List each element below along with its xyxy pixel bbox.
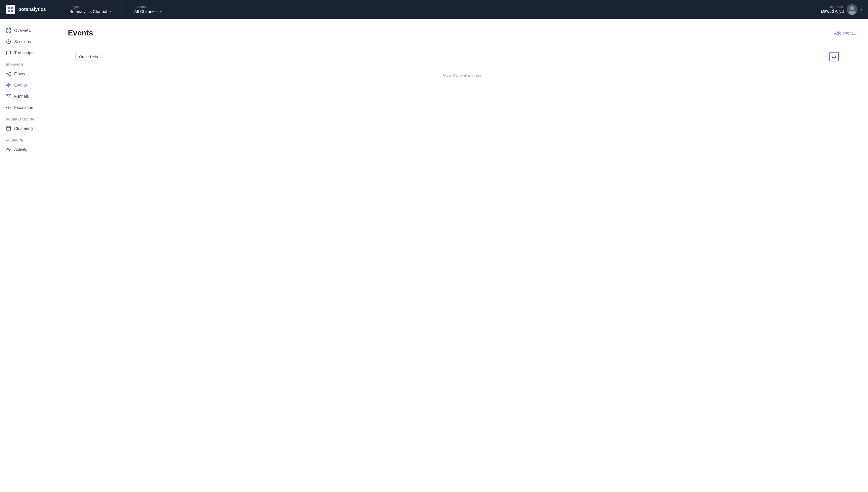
add-event-button[interactable]: Add event...	[834, 31, 856, 35]
sidebar-label-sessions: Sessions	[14, 39, 31, 44]
sidebar-label-activity: Activity	[14, 147, 27, 152]
funnels-icon	[6, 94, 11, 99]
more-options-button[interactable]: ⋮	[841, 53, 849, 60]
sidebar-item-flows[interactable]: Flows	[0, 68, 56, 79]
sidebar: Overview Sessions Transcripts BEHAVIOR	[0, 19, 56, 492]
sidebar-label-escalation: Escalation	[14, 105, 33, 110]
page-title: Events	[68, 28, 93, 38]
svg-rect-9	[6, 31, 8, 32]
sidebar-item-funnels[interactable]: Funnels	[0, 91, 56, 102]
project-chevron-icon: ▾	[109, 10, 111, 14]
svg-line-15	[7, 73, 10, 74]
project-label: Project	[69, 5, 120, 8]
svg-line-16	[7, 74, 10, 75]
channel-value: All Channels ▾	[134, 9, 185, 14]
svg-rect-3	[11, 10, 13, 12]
project-dropdown[interactable]: Project Botanalytics Chatbot ▾	[62, 0, 127, 19]
svg-rect-0	[8, 7, 10, 9]
event-tag: Order Help	[75, 53, 102, 61]
svg-point-14	[10, 75, 10, 76]
sidebar-section-audience: AUDIENCE	[0, 134, 56, 144]
svg-rect-1	[11, 7, 13, 9]
svg-marker-18	[6, 94, 11, 98]
sidebar-label-funnels: Funnels	[14, 94, 29, 99]
sidebar-item-events[interactable]: Events	[0, 79, 56, 91]
top-navigation: botanalytics Project Botanalytics Chatbo…	[0, 0, 868, 19]
channel-label: Channel	[134, 5, 185, 8]
sidebar-label-flows: Flows	[14, 71, 25, 76]
page-header: Events Add event...	[68, 28, 856, 38]
no-data-message: No data available yet	[75, 67, 849, 84]
avatar	[847, 4, 858, 15]
profile-label: My Profile	[821, 5, 844, 9]
svg-point-5	[850, 6, 854, 10]
event-card: Order Help → ⋮ No data available yet	[68, 46, 856, 90]
bell-button[interactable]	[829, 52, 839, 62]
events-icon	[6, 82, 11, 88]
sidebar-item-clustering[interactable]: Clustering	[0, 123, 56, 134]
escalation-icon	[6, 105, 11, 110]
profile-chevron-icon: ▾	[860, 8, 862, 11]
sidebar-item-activity[interactable]: Activity	[0, 144, 56, 155]
svg-point-12	[6, 74, 7, 74]
sidebar-section-behavior: BEHAVIOR	[0, 58, 56, 68]
sidebar-section-understanding: UNDERSTANDING	[0, 113, 56, 123]
project-value: Botanalytics Chatbot ▾	[69, 9, 120, 14]
sessions-icon	[6, 39, 11, 44]
overview-icon	[6, 28, 11, 33]
transcripts-icon	[6, 50, 11, 55]
sidebar-item-overview[interactable]: Overview	[0, 25, 56, 36]
svg-point-19	[6, 126, 10, 128]
main-content: Events Add event... Order Help → ⋮ No d	[56, 19, 868, 492]
event-actions: → ⋮	[822, 52, 849, 62]
profile-name: Dawud Aliyu	[821, 9, 844, 14]
profile-dropdown[interactable]: My Profile Dawud Aliyu ▾	[815, 0, 868, 19]
channel-dropdown[interactable]: Channel All Channels ▾	[127, 0, 192, 19]
flows-icon	[6, 71, 11, 76]
svg-point-13	[10, 72, 10, 73]
sidebar-label-events: Events	[14, 83, 27, 88]
sidebar-label-clustering: Clustering	[14, 126, 33, 131]
svg-rect-8	[9, 28, 10, 30]
app-name: botanalytics	[18, 7, 46, 12]
sidebar-item-transcripts[interactable]: Transcripts	[0, 47, 56, 58]
svg-rect-10	[9, 31, 10, 32]
channel-chevron-icon: ▾	[160, 10, 162, 14]
sidebar-label-transcripts: Transcripts	[14, 50, 34, 55]
activity-icon	[6, 147, 11, 152]
event-card-top: Order Help → ⋮	[75, 52, 849, 62]
clustering-icon	[6, 126, 11, 131]
logo-icon	[6, 5, 15, 14]
svg-marker-17	[6, 83, 10, 88]
svg-rect-7	[6, 28, 8, 30]
logo-area: botanalytics	[6, 5, 62, 14]
app-body: Overview Sessions Transcripts BEHAVIOR	[0, 19, 868, 492]
profile-info: My Profile Dawud Aliyu	[821, 5, 844, 14]
sidebar-item-escalation[interactable]: Escalation	[0, 102, 56, 113]
svg-rect-2	[8, 10, 10, 12]
sidebar-label-overview: Overview	[14, 28, 31, 33]
sidebar-item-sessions[interactable]: Sessions	[0, 36, 56, 47]
arrow-right-icon: →	[822, 54, 827, 60]
